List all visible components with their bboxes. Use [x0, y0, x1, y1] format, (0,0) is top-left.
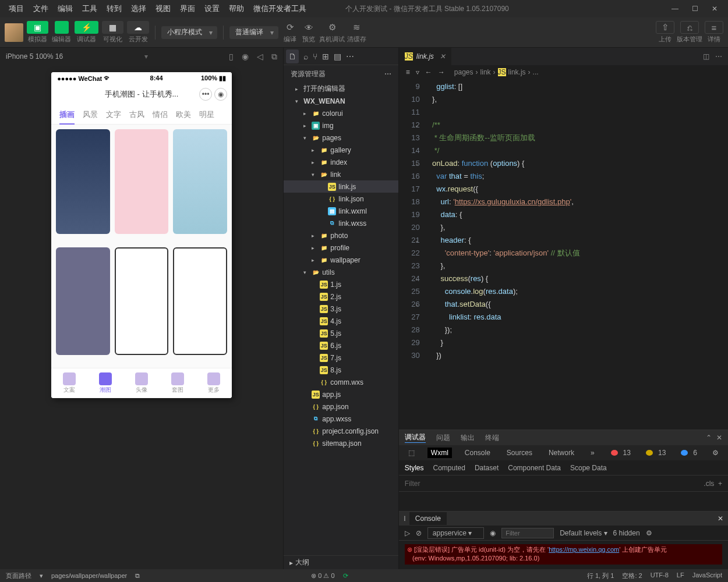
thumbnail[interactable]	[173, 129, 227, 234]
code-editor[interactable]: 9101112⌄131415⌄161718192021⌄222324⌄2526⌄…	[399, 79, 728, 430]
thumbnail[interactable]	[56, 129, 110, 234]
cut-icon[interactable]: ⧉	[271, 52, 277, 62]
menu-capsule[interactable]: •••	[199, 88, 212, 101]
play-icon[interactable]: ▷	[405, 529, 410, 537]
tree-item[interactable]: ▸📁index	[284, 156, 398, 168]
tree-item[interactable]: { }link.json	[284, 193, 398, 205]
console-close-icon[interactable]: ✕	[718, 514, 723, 523]
problems-tab[interactable]: 问题	[436, 433, 450, 443]
page-path-label[interactable]: 页面路径	[6, 572, 31, 580]
phone-simulator[interactable]: ●●●●● WeChat ᯤ 8:44 100% ▮▮ 手机潮图 - 让手机秀.…	[51, 72, 232, 398]
terminal-tab[interactable]: 终端	[485, 433, 499, 443]
toolbar-button[interactable]: ≡	[705, 21, 723, 34]
tree-item[interactable]: ▾📂link	[284, 168, 398, 180]
status-item[interactable]: LF	[677, 572, 684, 580]
menu-item[interactable]: 工具	[78, 1, 101, 16]
split-editor-icon[interactable]: ◫	[703, 52, 709, 61]
toolbar-button[interactable]: ▦	[102, 21, 123, 34]
mode-select[interactable]: 小程序模式	[161, 26, 217, 39]
levels-select[interactable]: Default levels ▾	[560, 529, 607, 537]
tree-item[interactable]: { }comm.wxs	[284, 376, 398, 388]
sources-tool[interactable]: Sources	[503, 448, 536, 458]
toolbar-button[interactable]: ⟳	[282, 21, 298, 34]
editor-tab[interactable]: JS link.js ✕	[399, 48, 451, 65]
menu-item[interactable]: 项目	[5, 1, 28, 16]
tree-item[interactable]: ▸📁gallery	[284, 144, 398, 156]
status-item[interactable]: 空格: 2	[622, 572, 642, 580]
warn-badge[interactable]: 13	[642, 446, 673, 459]
tree-item[interactable]: ▸📁photo	[284, 229, 398, 242]
maximize-button[interactable]: ☐	[686, 2, 704, 16]
tree-item[interactable]: JS7.js	[284, 352, 398, 364]
error-badge[interactable]: 13	[607, 446, 638, 459]
extensions-icon[interactable]: ⊞	[322, 52, 329, 61]
toolbar-button[interactable]: ⇧	[656, 21, 674, 34]
tree-item[interactable]: JS4.js	[284, 315, 398, 327]
console-settings-icon[interactable]: ⚙	[646, 529, 652, 537]
toolbar-button[interactable]: 👁	[301, 21, 317, 34]
tree-item[interactable]: { }project.config.json	[284, 425, 398, 437]
close-button[interactable]: ✕	[706, 2, 723, 16]
tree-item[interactable]: JS6.js	[284, 339, 398, 352]
console-tab[interactable]: Console	[409, 512, 447, 525]
console-filter[interactable]	[501, 528, 554, 538]
category-tab[interactable]: 情侣	[153, 109, 168, 120]
style-filter[interactable]: Filter	[405, 480, 420, 488]
thumbnail[interactable]	[115, 247, 169, 355]
toolbar-button[interactable]: ⚡	[75, 21, 98, 34]
thumbnail[interactable]	[56, 247, 110, 355]
tree-item[interactable]: ⧉app.wxss	[284, 413, 398, 425]
category-tab[interactable]: 风景	[83, 109, 98, 120]
tree-item[interactable]: JSlink.js	[284, 180, 398, 193]
tree-item[interactable]: JSapp.js	[284, 388, 398, 400]
menu-item[interactable]: 文件	[29, 1, 52, 16]
more-tools-icon[interactable]: »	[587, 448, 598, 458]
tree-item[interactable]: ▸📁profile	[284, 242, 398, 254]
panel-close-icon[interactable]: ✕	[716, 434, 722, 442]
console-tool[interactable]: Console	[461, 448, 494, 458]
category-tab[interactable]: 欧美	[176, 109, 191, 120]
more-icon[interactable]: ⋯	[346, 52, 354, 61]
reload-icon[interactable]: ⟳	[343, 572, 348, 580]
nav-item[interactable]: 套图	[171, 372, 184, 394]
page-path[interactable]: pages/wallpaper/wallpaper	[51, 572, 127, 579]
info-badge[interactable]: 6	[677, 446, 704, 459]
thumbnail[interactable]	[115, 129, 169, 234]
tree-item[interactable]: ▸📁colorui	[284, 107, 398, 119]
tree-section[interactable]: ▾WX_WENAN	[284, 95, 398, 107]
inspect-icon[interactable]: ⬚	[405, 448, 418, 458]
tree-item[interactable]: { }app.json	[284, 400, 398, 413]
tree-item[interactable]: ▸📁wallpaper	[284, 254, 398, 266]
toolbar-button[interactable]: ⎌	[680, 21, 699, 34]
settings-icon[interactable]: ⚙	[709, 448, 722, 458]
menu-item[interactable]: 转到	[103, 1, 126, 16]
back-icon[interactable]: ←	[425, 68, 432, 76]
tree-item[interactable]: ▸▣img	[284, 119, 398, 132]
sitemap-icon[interactable]: ▤	[334, 52, 341, 61]
console-toggle-icon[interactable]: ⁞	[404, 514, 406, 523]
componentdata-subtab[interactable]: Component Data	[508, 464, 561, 472]
category-tab[interactable]: 古风	[129, 109, 144, 120]
clear-icon[interactable]: ⊘	[416, 529, 422, 537]
tree-item[interactable]: JS5.js	[284, 327, 398, 339]
tree-item[interactable]: JS3.js	[284, 303, 398, 315]
toolbar-button[interactable]	[55, 21, 69, 34]
computed-subtab[interactable]: Computed	[433, 464, 465, 472]
console-prompt[interactable]: ›	[405, 566, 722, 569]
close-tab-icon[interactable]: ✕	[440, 52, 446, 61]
nav-item[interactable]: 潮图	[99, 372, 112, 394]
nav-item[interactable]: 文案	[63, 372, 76, 394]
device-info[interactable]: iPhone 5 100% 16	[6, 52, 63, 61]
category-tab[interactable]: 文字	[106, 109, 121, 120]
toolbar-button[interactable]: ▣	[27, 21, 48, 34]
record-icon[interactable]: ◉	[242, 52, 249, 62]
toolbar-button[interactable]: ☁	[127, 21, 149, 34]
problems-count[interactable]: ⊗ 0 ⚠ 0	[311, 572, 334, 580]
menu-item[interactable]: 帮助	[225, 1, 248, 16]
network-tool[interactable]: Network	[545, 448, 578, 458]
menu-item[interactable]: 选择	[127, 1, 150, 16]
outline-header[interactable]: ▸大纲	[284, 555, 398, 569]
image-grid[interactable]	[51, 125, 232, 368]
status-item[interactable]: JavaScript	[692, 572, 722, 580]
bookmark-icon[interactable]: ▿	[416, 68, 419, 76]
